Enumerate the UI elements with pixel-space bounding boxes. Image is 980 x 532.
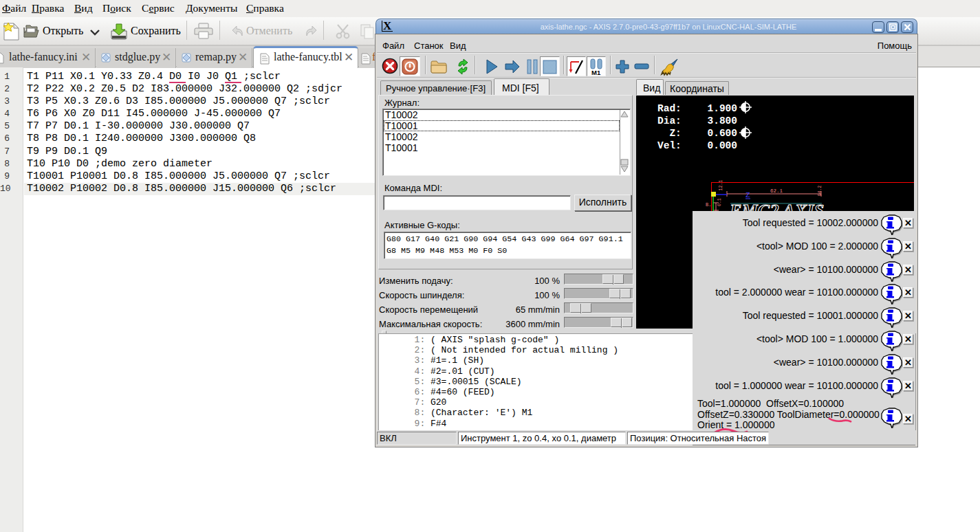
svg-text:B.: B.: [706, 202, 711, 208]
svg-text:12.1: 12.1: [719, 180, 723, 191]
svg-text:62.1: 62.1: [770, 188, 783, 194]
svg-text:Z: Z: [745, 191, 750, 199]
svg-text:94.2: 94.2: [818, 186, 823, 197]
svg-text:M1: M1: [591, 69, 601, 76]
svg-text:0.1: 0.1: [717, 198, 722, 206]
